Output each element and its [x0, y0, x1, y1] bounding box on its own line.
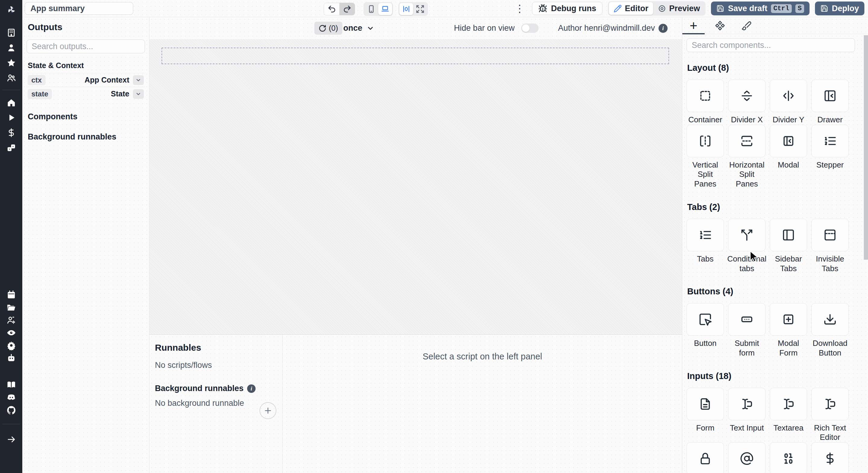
github-icon: [6, 405, 16, 415]
rail-home-button[interactable]: [0, 96, 22, 108]
rail-user-button[interactable]: [0, 41, 22, 54]
refresh-mode-dropdown[interactable]: once: [343, 22, 374, 35]
refresh-mode-label: once: [343, 24, 362, 33]
component-card-container[interactable]: Container: [687, 80, 724, 125]
rail-audit-button[interactable]: [0, 326, 22, 339]
component-card-textarea[interactable]: Textarea: [770, 388, 807, 442]
debug-runs-button[interactable]: Debug runs: [532, 2, 602, 15]
align-group: [398, 2, 428, 16]
component-card-button[interactable]: Button: [687, 303, 724, 357]
list-ordered-icon: [698, 228, 712, 242]
add-background-runnable-button[interactable]: [259, 402, 276, 419]
component-card-stepper[interactable]: Stepper: [811, 125, 849, 189]
component-card-drawer[interactable]: Drawer: [811, 80, 849, 125]
component-card-form[interactable]: Form: [687, 388, 724, 442]
book-open-icon: [6, 380, 16, 390]
dice-icon: [6, 143, 16, 153]
rail-settings-button[interactable]: [0, 339, 22, 351]
debug-runs-label: Debug runs: [551, 4, 596, 13]
rail-runs-button[interactable]: [0, 112, 22, 124]
center-align-button[interactable]: [399, 3, 413, 15]
component-grid: FormText InputTextareaRich Text EditorPa…: [687, 388, 864, 473]
search-outputs-input[interactable]: [27, 39, 145, 53]
rail-favorites-button[interactable]: [0, 57, 22, 69]
component-card-download-button[interactable]: Download Button: [811, 303, 849, 357]
tab-theme[interactable]: [735, 17, 758, 34]
state-expand-button[interactable]: [133, 89, 144, 99]
component-card-vertical-split-panes[interactable]: Vertical Split Panes: [687, 125, 724, 189]
component-card-submit-form[interactable]: Submit form: [728, 303, 766, 357]
rail-workers-button[interactable]: [0, 314, 22, 326]
ellipsis-box-icon: [740, 312, 754, 326]
rail-docs-button[interactable]: [0, 379, 22, 391]
tab-insert-component[interactable]: +: [682, 17, 705, 34]
home-icon: [6, 98, 16, 107]
component-grid: TabsConditional tabsSidebar TabsInvisibl…: [687, 219, 864, 273]
rail-github-button[interactable]: [0, 404, 22, 416]
refresh-all-button[interactable]: (0): [314, 22, 342, 35]
refresh-icon: [318, 24, 327, 32]
mobile-view-button[interactable]: [364, 3, 378, 15]
rail-workspace-button[interactable]: [0, 27, 22, 38]
save-draft-button[interactable]: Save draft Ctrl S: [711, 1, 809, 15]
rail-folders-button[interactable]: [0, 301, 22, 313]
desktop-view-button[interactable]: [378, 3, 392, 15]
fullscreen-button[interactable]: [413, 3, 427, 15]
app-summary-input[interactable]: [25, 2, 133, 15]
more-menu-button[interactable]: ⋮: [513, 3, 527, 13]
deploy-label: Deploy: [832, 4, 859, 13]
refresh-count: (0): [329, 24, 338, 33]
tab-preview[interactable]: Preview: [653, 2, 705, 15]
rail-variables-button[interactable]: [0, 127, 22, 138]
rail-collapse-button[interactable]: [0, 433, 22, 445]
deploy-button[interactable]: Deploy: [815, 1, 864, 15]
component-card-email-input[interactable]: Email Input: [728, 442, 766, 473]
component-card-sidebar-tabs[interactable]: Sidebar Tabs: [770, 219, 807, 273]
component-card-text-input[interactable]: Text Input: [728, 388, 766, 442]
windmill-logo[interactable]: [0, 2, 22, 17]
rail-assistant-button[interactable]: [0, 352, 22, 364]
kbd-s: S: [795, 4, 804, 13]
state-row[interactable]: state State: [27, 87, 145, 101]
undo-button[interactable]: [324, 3, 339, 15]
component-section-title: Inputs (18): [687, 371, 864, 381]
redo-button[interactable]: [339, 3, 355, 15]
ctx-expand-button[interactable]: [133, 75, 144, 85]
search-components-input[interactable]: [687, 38, 855, 52]
tab-editor[interactable]: Editor: [609, 2, 653, 15]
component-card-tabs[interactable]: Tabs: [687, 219, 724, 273]
app-canvas[interactable]: [150, 39, 682, 335]
discord-icon: [6, 392, 16, 403]
empty-component-dropzone[interactable]: [161, 48, 669, 64]
components-scrollbar[interactable]: [864, 35, 868, 260]
component-card-rich-text-editor[interactable]: Rich Text Editor: [811, 388, 849, 442]
rail-resources-button[interactable]: [0, 141, 22, 154]
rail-schedules-button[interactable]: [0, 289, 22, 301]
background-runnables-info-icon[interactable]: i: [247, 384, 255, 393]
component-card-modal-form[interactable]: Modal Form: [770, 303, 807, 357]
component-card-password[interactable]: Password: [687, 442, 724, 473]
components-panel-tabs: +: [682, 17, 868, 34]
panel-left-icon: [781, 228, 795, 242]
component-label: Submit form: [728, 339, 766, 357]
component-card-divider-y[interactable]: Divider Y: [770, 80, 807, 125]
component-label: Modal Form: [770, 339, 807, 357]
component-card-modal[interactable]: Modal: [770, 125, 807, 189]
component-card-horizontal-split-panes[interactable]: Horizontal Split Panes: [728, 125, 766, 189]
component-label: Text Input: [730, 423, 764, 433]
ctx-row[interactable]: ctx App Context: [27, 73, 145, 87]
component-card-conditional-tabs[interactable]: Conditional tabs: [728, 219, 766, 273]
editor-preview-toggle: Editor Preview: [608, 1, 706, 16]
component-card-divider-x[interactable]: Divider X: [728, 80, 766, 125]
calendar-icon: [6, 290, 16, 300]
canvas-toolbar: (0) once Hide bar on view Author henri@w…: [150, 17, 682, 39]
rail-groups-button[interactable]: [0, 72, 22, 84]
component-card-number[interactable]: Number: [770, 442, 807, 473]
author-info-icon[interactable]: i: [658, 24, 668, 33]
hide-bar-toggle[interactable]: [521, 24, 538, 33]
tab-component-settings[interactable]: [709, 17, 731, 34]
component-card-currency[interactable]: Currency: [811, 442, 849, 473]
component-card-invisible-tabs[interactable]: Invisible Tabs: [811, 219, 849, 273]
rail-discord-button[interactable]: [0, 391, 22, 403]
dollar-icon: [6, 128, 16, 138]
